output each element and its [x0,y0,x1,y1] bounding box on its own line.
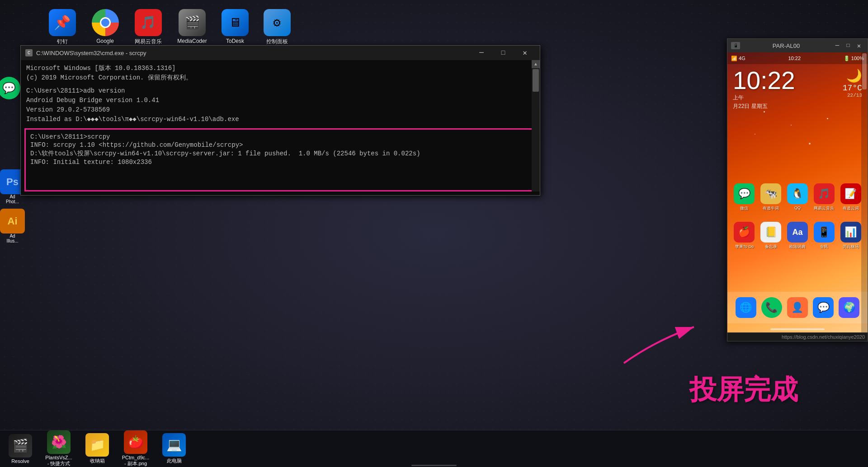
taskbar-pctm[interactable]: 🍅 PCtm_d9c...- 副本.png [118,430,154,467]
desktop-icon-controlpanel[interactable]: ⚙ 控制面板 [260,9,294,51]
cmd-icon: C [25,49,33,56]
phone-app-apple[interactable]: 🍎 苹果To Do [734,222,755,250]
arrow-annotation [610,313,710,372]
cmd-line-2: (c) 2019 Microsoft Corporation. 保留所有权利。 [26,73,534,83]
phone-status-time: 10:22 [788,56,801,61]
desktop-icon-todesk[interactable]: 🖥 ToDesk [219,9,251,51]
cmd-window-controls: ─ □ ✕ [471,47,535,59]
phone-ampm: 上午 [733,94,795,102]
phone-app-wechat[interactable]: 💬 微信 [734,183,755,211]
cmd-titlebar: C C:\WINDOWS\system32\cmd.exe - scrcpy ─… [21,46,540,60]
phone-maximize-btn[interactable]: □ [843,41,853,51]
cmd-content: Microsoft Windows [版本 10.0.18363.1316] (… [21,60,540,191]
desktop-icon-controlpanel-label: 控制面板 [266,38,288,46]
cmd-line-installed: Installed as D:\◆◆◆\tools\π◆◆\scrcpy-win… [26,115,534,124]
phone-status-bar: 📶 4G 10:22 🔋 100% [727,52,868,64]
cmd-line-adb-cmd: C:\Users\28111>adb version [26,86,534,96]
cmd-line-blank2 [26,124,534,126]
phone-title-icon: 📱 [731,42,740,49]
cmd-line-1: Microsoft Windows [版本 10.0.18363.1316] [26,64,534,73]
phone-dock-browser[interactable]: 🌐 [736,297,756,318]
desktop-icon-netease[interactable]: 🎵 网易云音乐 [131,9,165,51]
phone-close-btn[interactable]: ✕ [854,41,864,51]
taskbar: 🎬 Resolve 🌺 PlantsVsZ...- 快捷方式 📁 收纳箱 🍅 P… [0,430,868,467]
partial-icon-tencent[interactable]: 💬 [0,77,20,99]
phone-app-netease[interactable]: 🎵 网易云音乐 [814,183,835,211]
phone-app-row-1: 💬 微信 🐄 有道牛词 🐧 QQ 🎵 网易云音乐 📝 有道云词 [727,183,868,211]
phone-scroll-indicator [861,52,868,332]
cmd-scrollbar-thumb[interactable] [533,69,539,92]
desktop-icon-todesk-label: ToDesk [226,38,244,44]
taskbar-scroll-hint [411,465,457,466]
cmd-line-version: Version 29.0.2-5738569 [26,105,534,115]
csdn-watermark: https://blog.csdn.net/chuxiqianye2020 [727,332,868,341]
taskbar-plants[interactable]: 🌺 PlantsVsZ...- 快捷方式 [41,430,77,467]
phone-title-text: PAR-AL00 [773,42,800,49]
partial-icon-adobe-ai-label: AdIllus... [0,234,25,243]
cmd-scrollbar-up[interactable]: ▲ [532,60,540,68]
phone-time-big: 10:22 [733,68,795,93]
cmd-title-left: C C:\WINDOWS\system32\cmd.exe - scrcpy [25,49,146,56]
cmd-line-adb-version: Android Debug Bridge version 1.0.41 [26,96,534,105]
cmd-close-btn[interactable]: ✕ [514,47,535,59]
cmd-scrollbar[interactable]: ▲ [532,60,540,191]
phone-app-notes[interactable]: 📒 备忘录 [760,222,781,250]
taskbar-resolve[interactable]: 🎬 Resolve [5,434,36,464]
phone-dock-contacts[interactable]: 👤 [787,297,808,318]
phone-app-eudict[interactable]: Aa 欧陆词典 [787,222,808,250]
phone-dock-phone[interactable]: 📞 [761,297,782,318]
phone-status-signal: 📶 4G [731,56,745,61]
phone-titlebar: 📱 PAR-AL00 ─ □ ✕ [727,39,868,52]
cmd-hl-line-1: C:\Users\28111>scrcpy [30,133,530,140]
cmd-hl-line-3: D:\软件tools\投屏\scrcpy-win64-v1.10\scrcpy-… [30,149,530,158]
phone-weather-icon: 🌙 [843,68,862,84]
phone-stars [727,102,868,170]
phone-window-controls: ─ □ ✕ [832,41,864,51]
phone-app-quanmin[interactable]: 📱 全民 [814,222,835,250]
phone-app-qq[interactable]: 🐧 QQ [787,183,808,211]
cmd-title-text: C:\WINDOWS\system32\cmd.exe - scrcpy [36,50,146,56]
phone-home-bar [770,328,825,330]
phone-app-youdao-cow[interactable]: 🐄 有道牛词 [760,183,781,211]
phone-dock-apps[interactable]: 🌍 [839,297,859,318]
phone-app-row-2: 🍎 苹果To Do 📒 备忘录 Aa 欧陆词典 📱 全民 📊 厉兵秣马 [727,222,868,250]
desktop-icon-chrome[interactable]: GoogleChrome [88,9,122,51]
desktop-icon-mediacoder[interactable]: 🎬 MediaCoderPro [174,9,210,51]
phone-weather-temp: 17°C [843,84,862,93]
phone-weather: 🌙 17°C 22/13 [843,68,862,98]
phone-screen: 📶 4G 10:22 🔋 100% 10:22 上午 月22日 星期五 🌙 17… [727,52,868,332]
cmd-line-blank1 [26,83,534,86]
partial-icon-adobe-ai[interactable]: Ai AdIllus... [0,209,25,243]
phone-dock: 🌐 📞 👤 💬 🌍 [727,292,868,323]
phone-dock-messages[interactable]: 💬 [813,297,834,318]
desktop-icon-ding-label: 钉钉 [57,38,68,46]
taskbar-thispc[interactable]: 💻 此电脑 [158,433,190,464]
cmd-window: C C:\WINDOWS\system32\cmd.exe - scrcpy ─… [20,45,540,196]
phone-app-libing[interactable]: 📊 厉兵秣马 [840,222,861,250]
taskbar-sounabox[interactable]: 📁 收纳箱 [81,433,113,464]
cmd-hl-line-4: INFO: Initial texture: 1080x2336 [30,159,530,166]
phone-minimize-btn[interactable]: ─ [832,41,842,51]
desktop-icon-netease-label: 网易云音乐 [135,38,162,46]
phone-window: 📱 PAR-AL00 ─ □ ✕ 📶 4G 10:22 🔋 100% 10:22… [727,38,868,341]
desktop-icon-ding[interactable]: 📌 钉钉 [45,9,79,51]
partial-icon-adobe-ps-label: AdPhot... [0,194,25,204]
cmd-hl-line-2: INFO: scrcpy 1.10 <https://github.com/Ge… [30,141,530,149]
cmd-minimize-btn[interactable]: ─ [471,47,492,59]
completion-text: 投屏完成 [689,372,798,408]
phone-weather-range: 22/13 [843,93,862,98]
cmd-maximize-btn[interactable]: □ [493,47,514,59]
phone-app-youdao-note[interactable]: 📝 有道云词 [840,183,861,211]
cmd-highlighted-section: C:\Users\28111>scrcpy INFO: scrcpy 1.10 … [24,128,536,191]
